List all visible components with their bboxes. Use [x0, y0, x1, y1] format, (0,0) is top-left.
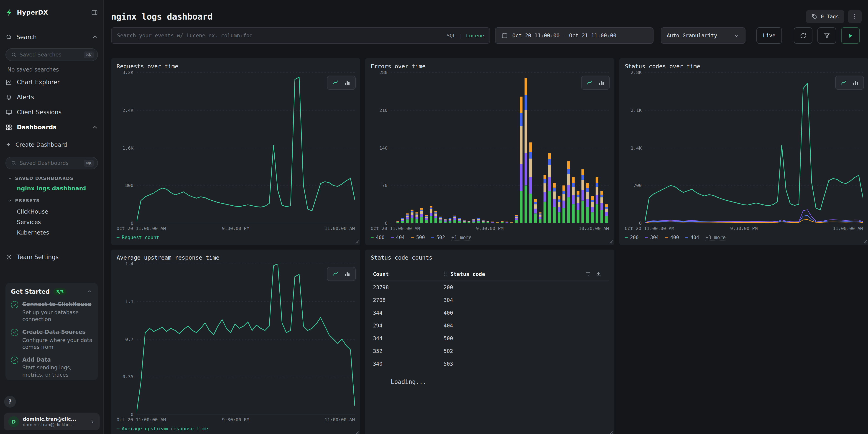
sidebar-item-label: Client Sessions — [17, 109, 61, 116]
legend-item[interactable]: —404 — [391, 235, 405, 240]
chevron-up-icon[interactable] — [87, 289, 92, 294]
table-row[interactable]: 340503 — [371, 358, 609, 370]
legend-item[interactable]: —502 — [431, 235, 445, 240]
get-started-step-add-data[interactable]: Add Data Start sending logs, metrics, or… — [11, 356, 92, 378]
legend-item[interactable]: —Request count — [117, 235, 159, 240]
help-button[interactable]: ? — [4, 396, 16, 408]
y-axis-tick: 1.1 — [125, 299, 133, 304]
time-range-picker[interactable]: Oct 20 11:00:00 - Oct 21 11:00:00 — [495, 27, 653, 44]
get-started-badge: 3/3 — [54, 288, 66, 295]
preset-clickhouse[interactable]: ClickHouse — [17, 206, 98, 217]
status-code-cell: 200 — [443, 284, 453, 290]
page-title: nginx logs dashboard — [111, 11, 213, 22]
chart-plot[interactable] — [645, 72, 863, 223]
column-header-status-code[interactable]: Status code — [451, 271, 485, 277]
x-axis-tick: Oct 20 11:00:00 AM — [371, 226, 420, 231]
saved-dashboard-nginx-logs[interactable]: nginx logs dashboard — [17, 185, 98, 192]
status-table-body: 2379820027083043444002944043445003525023… — [371, 281, 609, 370]
language-divider: | — [459, 33, 462, 38]
get-started-step-connect[interactable]: Connect to ClickHouse Set up your databa… — [11, 301, 92, 323]
run-query-button[interactable] — [841, 27, 860, 44]
lucene-toggle[interactable]: Lucene — [466, 33, 484, 38]
sidebar-item-alerts[interactable]: Alerts — [5, 90, 98, 105]
table-row[interactable]: 352502 — [371, 345, 609, 358]
resize-handle[interactable] — [609, 430, 613, 434]
preset-kubernetes[interactable]: Kubernetes — [17, 227, 98, 238]
resize-handle[interactable] — [354, 430, 359, 434]
line-chart-icon[interactable] — [586, 79, 593, 86]
line-chart-icon[interactable] — [840, 79, 847, 86]
event-search-input[interactable] — [117, 32, 442, 39]
bar-chart-icon[interactable] — [598, 79, 605, 86]
legend-item[interactable]: —200 — [625, 235, 639, 240]
sidebar-item-label: Chart Explorer — [17, 79, 60, 86]
sql-toggle[interactable]: SQL — [447, 33, 456, 38]
saved-dashboards-section-toggle[interactable]: SAVED DASHBOARDS — [7, 176, 98, 181]
tags-button-label: 0 Tags — [821, 13, 839, 19]
sidebar-item-team-settings[interactable]: Team Settings — [5, 250, 98, 265]
user-menu[interactable]: D dominic.tran@clic... dominic.tran@clic… — [4, 413, 100, 430]
download-icon[interactable] — [596, 271, 601, 277]
saved-searches-input[interactable]: ⌘K — [5, 48, 98, 61]
legend-item[interactable]: —400 — [371, 235, 384, 240]
table-row[interactable]: 344500 — [371, 332, 609, 345]
filters-button[interactable] — [817, 27, 836, 44]
bar-chart-icon[interactable] — [344, 271, 351, 277]
legend-item[interactable]: —304 — [645, 235, 659, 240]
table-filter-icon[interactable] — [585, 271, 591, 277]
granularity-select[interactable]: Auto Granularity — [661, 27, 745, 44]
legend-more-link[interactable]: +1 more — [451, 234, 472, 240]
table-row[interactable]: 294404 — [371, 319, 609, 332]
x-axis-tick: 9:30:00 PM — [222, 226, 249, 231]
chart-plot[interactable] — [136, 72, 355, 223]
column-header-count[interactable]: Count — [371, 271, 443, 277]
grid-icon — [5, 124, 12, 131]
refresh-button[interactable] — [794, 27, 812, 44]
search-section-label: Search — [17, 33, 37, 40]
tags-button[interactable]: 0 Tags — [806, 10, 844, 23]
sidebar-item-client-sessions[interactable]: Client Sessions — [5, 105, 98, 120]
preset-services[interactable]: Services — [17, 217, 98, 227]
sidebar-item-dashboards[interactable]: Dashboards — [5, 120, 98, 135]
chart-plot[interactable] — [391, 72, 609, 223]
bar-chart-icon[interactable] — [852, 79, 859, 86]
chart-type-toggle — [327, 267, 356, 281]
live-button[interactable]: Live — [756, 27, 782, 44]
resize-handle[interactable] — [609, 239, 613, 244]
y-axis-tick: 70 — [382, 183, 388, 188]
bar-chart-icon[interactable] — [344, 79, 351, 86]
column-resize-handle[interactable] — [443, 271, 447, 277]
saved-dashboards-input[interactable]: ⌘K — [5, 157, 98, 169]
line-chart-icon[interactable] — [332, 271, 339, 277]
sidebar-item-chart-explorer[interactable]: Chart Explorer — [5, 75, 98, 90]
sidebar-section-search[interactable]: Search — [5, 31, 98, 43]
create-dashboard-button[interactable]: Create Dashboard — [5, 137, 98, 151]
bell-icon — [5, 94, 12, 101]
legend-item[interactable]: —Average upstream response time — [117, 426, 208, 431]
presets-section-toggle[interactable]: PRESETS — [7, 198, 98, 203]
kebab-menu-button[interactable] — [848, 10, 862, 23]
get-started-step-sources[interactable]: Create Data Sources Configure where your… — [11, 328, 92, 351]
saved-searches-field[interactable] — [20, 52, 81, 58]
table-row[interactable]: 2708304 — [371, 294, 609, 307]
chart-plot[interactable] — [136, 264, 355, 414]
collapse-sidebar-icon[interactable] — [91, 9, 98, 16]
y-axis-tick: 2.1K — [631, 108, 642, 113]
table-row[interactable]: 23798200 — [371, 281, 609, 294]
gear-icon — [5, 254, 12, 260]
get-started-card: Get Started 3/3 Connect to ClickHouse Se… — [5, 283, 98, 380]
legend-item[interactable]: —404 — [685, 235, 699, 240]
x-axis-tick: Oct 20 11:00:00 AM — [117, 417, 166, 422]
legend-item[interactable]: —400 — [665, 235, 679, 240]
chart-line-icon — [5, 79, 12, 86]
legend-more-link[interactable]: +3 more — [706, 234, 726, 240]
table-row[interactable]: 344400 — [371, 307, 609, 319]
chart-legend: —Request count — [117, 233, 355, 241]
saved-dashboards-field[interactable] — [20, 160, 81, 166]
legend-item[interactable]: —500 — [411, 235, 425, 240]
line-chart-icon[interactable] — [332, 79, 339, 86]
resize-handle[interactable] — [863, 239, 867, 244]
event-search-box[interactable]: SQL | Lucene — [111, 27, 490, 44]
resize-handle[interactable] — [354, 239, 359, 244]
logo-row: HyperDX — [5, 5, 98, 19]
